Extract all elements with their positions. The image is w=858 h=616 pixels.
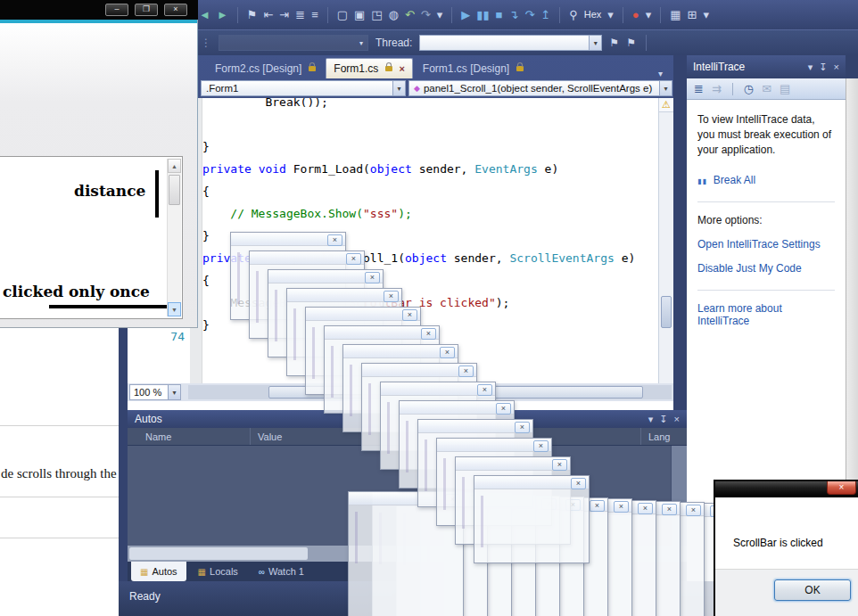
ghost-accent	[443, 458, 446, 510]
ghost-accent	[293, 308, 296, 360]
ghost-accent	[425, 439, 427, 491]
close-icon[interactable]: ×	[421, 328, 436, 340]
close-icon[interactable]: ×	[458, 365, 474, 377]
ghost-accent	[275, 290, 277, 341]
close-icon[interactable]: ×	[327, 234, 342, 246]
screen: de scrolls through the ◄►⚑⇤⇥≣≡▢▣◳◍↶↷▾▶▮▮…	[0, 0, 858, 616]
close-icon[interactable]: ×	[477, 384, 492, 396]
close-icon[interactable]: ×	[346, 253, 361, 265]
ghost-accent	[368, 383, 371, 435]
close-button[interactable]: ×	[827, 481, 856, 495]
close-icon[interactable]: ×	[440, 347, 455, 358]
close-icon[interactable]: ×	[496, 403, 511, 415]
ok-button[interactable]: OK	[774, 579, 851, 601]
dialog-message: ScrollBar is clicked	[733, 537, 823, 549]
dialog-footer: OK	[715, 569, 858, 616]
ghost-accent	[331, 346, 334, 398]
ghost-accent	[406, 421, 408, 472]
dialog-message-area: ScrollBar is clicked	[715, 497, 858, 569]
close-icon[interactable]: ×	[614, 501, 629, 513]
close-icon[interactable]: ×	[552, 459, 567, 471]
close-icon[interactable]: ×	[365, 272, 380, 283]
ghost-accent	[237, 252, 240, 304]
ghost-accent	[350, 365, 352, 416]
close-icon[interactable]: ×	[384, 291, 399, 302]
close-icon[interactable]: ×	[638, 503, 653, 514]
close-icon[interactable]: ×	[402, 309, 417, 321]
close-icon[interactable]: ×	[686, 505, 701, 516]
close-icon[interactable]: ×	[571, 478, 586, 489]
close-icon[interactable]: ×	[515, 422, 530, 433]
ghost-accent	[387, 402, 390, 454]
ghost-accent	[355, 512, 358, 563]
close-icon[interactable]: ×	[662, 504, 677, 515]
ghost-accent	[256, 271, 259, 323]
ghost-accent	[481, 496, 483, 547]
ghost-accent	[462, 477, 465, 529]
dialog-titlebar[interactable]: ×	[715, 481, 858, 497]
close-icon[interactable]: ×	[590, 500, 605, 512]
close-icon[interactable]: ×	[533, 440, 549, 452]
ghost-window[interactable]: ×	[474, 475, 590, 563]
scrollbar-dialog: × ScrollBar is clicked OK	[714, 480, 858, 616]
ghost-accent	[312, 327, 315, 379]
